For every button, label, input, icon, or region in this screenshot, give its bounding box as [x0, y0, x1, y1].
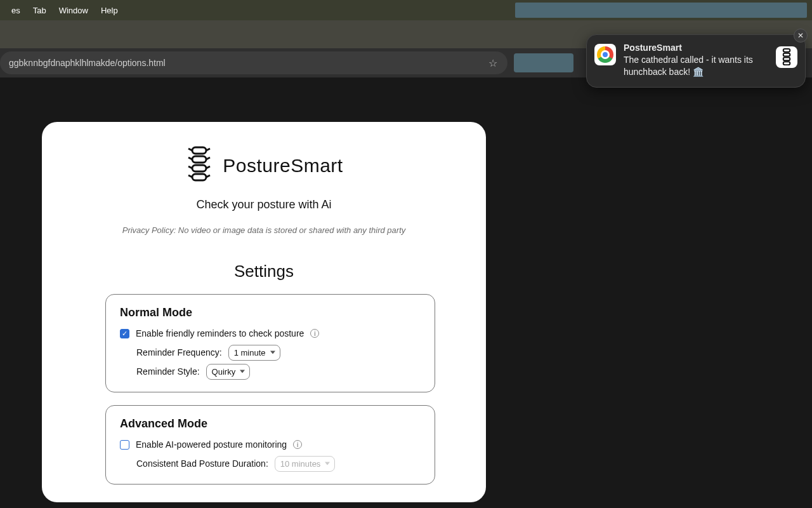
- normal-mode-panel: Normal Mode ✓ Enable friendly reminders …: [105, 294, 435, 392]
- info-icon[interactable]: i: [310, 329, 319, 338]
- menubar-item[interactable]: Tab: [27, 6, 53, 15]
- chrome-icon: [594, 44, 616, 65]
- reminder-style-select[interactable]: Quirky: [206, 366, 251, 377]
- privacy-note: Privacy Policy: No video or image data i…: [55, 225, 473, 235]
- info-icon[interactable]: i: [293, 440, 302, 449]
- svg-rect-7: [783, 62, 790, 65]
- svg-rect-2: [192, 165, 206, 171]
- bookmark-star-icon[interactable]: ☆: [488, 57, 497, 69]
- enable-ai-monitoring-checkbox[interactable]: [120, 440, 129, 450]
- svg-rect-1: [192, 156, 206, 163]
- svg-rect-3: [192, 174, 206, 180]
- notification-body: The cathedral called - it wants its hunc…: [624, 54, 772, 78]
- menubar-item[interactable]: Help: [95, 6, 124, 15]
- address-bar[interactable]: ggbknnbgfdnaphklhlmakde/options.html ☆: [0, 51, 508, 74]
- enable-ai-monitoring-label: Enable AI-powered posture monitoring: [136, 439, 287, 450]
- url-text: ggbknnbgfdnaphklhlmakde/options.html: [9, 58, 488, 68]
- menubar-status-area: [515, 3, 807, 18]
- spine-logo-icon: [185, 145, 214, 187]
- reminder-frequency-select[interactable]: 1 minute: [228, 347, 280, 358]
- svg-rect-4: [783, 49, 790, 52]
- svg-rect-0: [192, 147, 206, 154]
- enable-reminders-checkbox[interactable]: ✓: [120, 329, 129, 338]
- reminder-frequency-label: Reminder Frequency:: [136, 347, 222, 358]
- enable-reminders-label: Enable friendly reminders to check postu…: [136, 328, 304, 338]
- menubar-item[interactable]: es: [5, 6, 27, 15]
- notification-toast[interactable]: ✕ PostureSmart The cathedral called - it…: [586, 34, 806, 88]
- app-title: PostureSmart: [223, 155, 343, 177]
- svg-rect-5: [783, 53, 790, 57]
- os-menubar: es Tab Window Help: [0, 0, 812, 20]
- bad-posture-duration-label: Consistent Bad Posture Duration:: [136, 458, 268, 469]
- menubar-item[interactable]: Window: [53, 6, 95, 15]
- normal-mode-title: Normal Mode: [120, 306, 421, 319]
- advanced-mode-panel: Advanced Mode Enable AI-powered posture …: [105, 405, 435, 485]
- toolbar-extension-area: [514, 53, 573, 72]
- page-content: PostureSmart Check your posture with Ai …: [0, 77, 812, 508]
- reminder-style-label: Reminder Style:: [136, 366, 200, 377]
- bad-posture-duration-select: 10 minutes: [275, 458, 336, 469]
- settings-heading: Settings: [55, 262, 473, 281]
- notification-title: PostureSmart: [624, 43, 772, 53]
- svg-rect-6: [783, 57, 790, 60]
- extension-spine-icon: [776, 46, 797, 68]
- app-tagline: Check your posture with Ai: [55, 198, 473, 211]
- advanced-mode-title: Advanced Mode: [120, 417, 421, 431]
- notification-close-button[interactable]: ✕: [794, 29, 808, 43]
- settings-card: PostureSmart Check your posture with Ai …: [42, 122, 486, 502]
